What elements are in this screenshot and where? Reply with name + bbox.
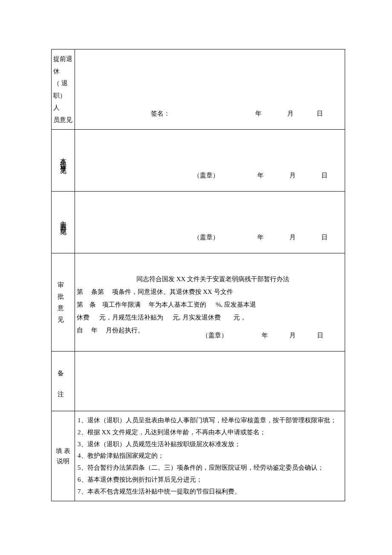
- signature-line-1: 签名：年月日: [75, 102, 345, 125]
- date-month: 月: [264, 234, 296, 241]
- seal-line-4: （盖章）年月日: [75, 324, 345, 347]
- cell-instructions: 1、退休（退职）人员呈批表由单位人事部门填写，经单位审核盖章，按干部管理权限审批…: [75, 411, 345, 501]
- seal-line-3: （盖章）年月日: [75, 226, 345, 249]
- label-person-opinion: 提前退 休 （ 退 职） 人 员意见: [52, 49, 75, 130]
- approval-char-2: 批: [58, 291, 69, 302]
- remark-char-2: 注: [58, 389, 69, 400]
- date-day: 日: [296, 234, 328, 241]
- approval-char-1: 审: [58, 279, 69, 291]
- instruction-6: 6、基本退休费按比例折扣计算后见分进元；: [78, 474, 342, 486]
- instruction-1: 1、退休（退职）人员呈批表由单位人事部门填写，经单位审核盖章，按干部管理权限审批…: [78, 415, 342, 427]
- approval-char-4: 见: [58, 314, 69, 325]
- date-month: 月: [262, 110, 294, 117]
- cell-dept-opinion: （盖章）年月日: [75, 192, 345, 253]
- label-remark: 备 注: [52, 352, 75, 411]
- document-page: 提前退 休 （ 退 职） 人 员意见 签名：年月日 本单位审核意见 （盖章）年月…: [0, 0, 392, 544]
- instruction-4: 4、教护龄津贴指国家规定的；: [78, 450, 342, 462]
- row-remark: 备 注: [52, 352, 345, 411]
- approval-line-2: 第 条第 项条件，同意退休。其退休费按 XX 号文件: [77, 285, 341, 298]
- seal-text: （盖章）: [100, 332, 228, 339]
- row-approval: 审 批 意 见 同志符合国发 XX 文件关于安置老弱病残干部暂行办法 第 条第 …: [52, 253, 345, 352]
- instruction-2: 2、根据 XX 文件规定，凡达到退休年龄，不再由本人申请或签名；: [78, 427, 342, 439]
- date-year: 年: [170, 110, 262, 117]
- instruction-3: 3、退休（退职）人员规范生活补贴按职级层次标准发放；: [78, 439, 342, 450]
- cell-approval: 同志符合国发 XX 文件关于安置老弱病残干部暂行办法 第 条第 项条件，同意退休…: [75, 253, 345, 352]
- cell-unit-review: （盖章）年月日: [75, 130, 345, 192]
- row-instructions: 填 表 说明 1、退休（退职）人员呈批表由单位人事部门填写，经单位审核盖章，按干…: [52, 411, 345, 501]
- cell-person-opinion: 签名：年月日: [75, 49, 345, 130]
- date-year: 年: [228, 332, 268, 339]
- date-month: 月: [268, 332, 296, 339]
- label-approval: 审 批 意 见: [52, 253, 75, 352]
- cell-remark: [75, 352, 345, 411]
- approval-line-1: 同志符合国发 XX 文件关于安置老弱病残干部暂行办法: [77, 273, 341, 285]
- date-year: 年: [219, 172, 264, 179]
- row-person-opinion: 提前退 休 （ 退 职） 人 员意见 签名：年月日: [52, 49, 345, 130]
- remark-char-1: 备: [58, 368, 69, 379]
- form-table: 提前退 休 （ 退 职） 人 员意见 签名：年月日 本单位审核意见 （盖章）年月…: [51, 49, 345, 501]
- row-dept-opinion: 主管部门意见 （盖章）年月日: [52, 192, 345, 253]
- label-dept-opinion: 主管部门意见: [52, 192, 75, 253]
- row-unit-review: 本单位审核意见 （盖章）年月日: [52, 130, 345, 192]
- label-unit-review: 本单位审核意见: [52, 130, 75, 192]
- label-instructions: 填 表 说明: [52, 411, 75, 501]
- date-month: 月: [264, 172, 296, 179]
- seal-line-2: （盖章）年月日: [75, 164, 345, 187]
- signature-label: 签名：: [100, 110, 170, 117]
- instruction-7: 7、本表不包含规范生活补贴中统一提取的节假日福利费。: [78, 486, 342, 498]
- seal-text: （盖章）: [100, 234, 219, 241]
- approval-char-3: 意: [58, 302, 69, 314]
- seal-text: （盖章）: [100, 172, 219, 179]
- date-day: 日: [296, 172, 328, 179]
- date-day: 日: [294, 110, 323, 117]
- instruction-5: 5、符合暂行办法第四条（二、三）项条件的，应附医院证明，经劳动鉴定委员会确认；: [78, 462, 342, 474]
- date-year: 年: [219, 234, 264, 241]
- approval-line-3: 第 条 项工作年限满 年为本人基本工资的 %, 应发基本退: [77, 298, 341, 311]
- approval-line-4: 休费 元，月规范生活补贴为 元, 月实发退休费 元，: [77, 311, 341, 324]
- date-day: 日: [296, 332, 323, 339]
